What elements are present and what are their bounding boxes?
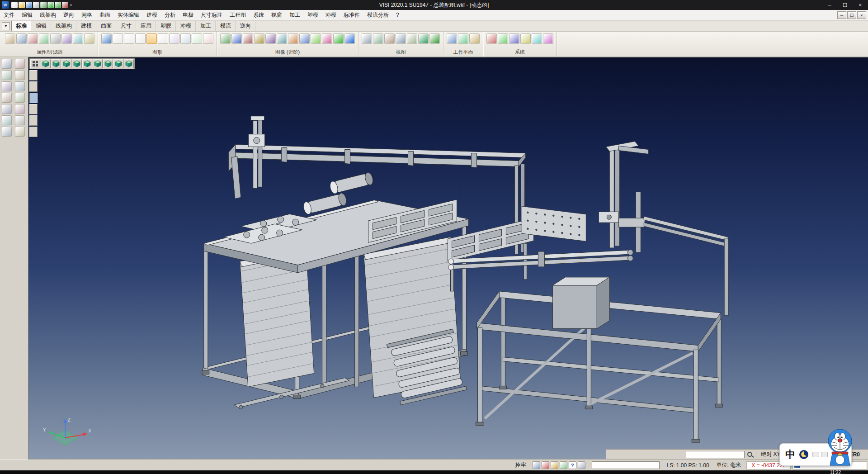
menu-item[interactable]: 实体编辑 (114, 10, 143, 20)
view-list-button[interactable] (30, 59, 40, 68)
ribbon-tab[interactable]: 应用 (136, 21, 156, 31)
move-icon[interactable] (15, 81, 25, 91)
mirror-icon[interactable] (15, 93, 25, 103)
record-status-icon[interactable] (542, 461, 549, 469)
layers-small-icon[interactable] (2, 127, 12, 137)
background-icon[interactable] (299, 33, 310, 44)
view-right-button[interactable] (82, 59, 92, 68)
lighting-icon[interactable] (288, 33, 298, 44)
ribbon-tab[interactable]: 曲面 (96, 21, 116, 31)
model-cube-icon[interactable] (47, 2, 54, 8)
pan-icon[interactable] (2, 70, 12, 80)
attributes-icon[interactable] (5, 33, 15, 44)
dock-handle-1[interactable] (29, 70, 38, 81)
layer-delete-icon[interactable] (203, 33, 213, 44)
color-table-icon[interactable] (486, 33, 497, 44)
reset-filter-icon[interactable] (84, 33, 94, 44)
wireframe-icon[interactable] (220, 33, 231, 44)
command-input[interactable] (592, 461, 660, 469)
layer-barrel-1-icon[interactable] (113, 33, 123, 44)
sphere-green-icon[interactable] (333, 33, 344, 44)
ribbon-tab[interactable]: 建模 (76, 21, 96, 31)
layer-filter-icon[interactable] (39, 33, 49, 44)
ribbon-tab[interactable]: 尺寸 (116, 21, 136, 31)
app-logo-icon[interactable]: VI (2, 1, 9, 9)
viewport-canvas[interactable]: X Y Z 绝对 XY 上视图 绝对视图 LAYER0 (28, 57, 868, 460)
view-left-button[interactable] (72, 59, 82, 68)
search-icon[interactable] (747, 452, 752, 457)
save-icon[interactable] (26, 2, 32, 8)
view-bottom-button[interactable] (103, 59, 113, 68)
view-top-button[interactable] (93, 59, 103, 68)
ribbon-tab[interactable]: 线架构 (51, 21, 76, 31)
view-search-input[interactable] (686, 451, 745, 458)
workplane-origin-icon[interactable] (458, 33, 468, 44)
hidden-line-icon[interactable] (231, 33, 242, 44)
menu-item[interactable]: ? (392, 10, 403, 20)
menu-item[interactable]: 网格 (78, 10, 96, 20)
rendered-icon[interactable] (254, 33, 264, 44)
dock-handle-6[interactable] (29, 127, 38, 137)
snap-lock-toggle[interactable]: 拴牢 (512, 461, 530, 469)
section-view-icon[interactable] (311, 33, 321, 44)
layer-barrel-5-icon[interactable] (158, 33, 168, 44)
print-small-icon[interactable] (15, 115, 25, 125)
quick-select-icon[interactable] (73, 33, 83, 44)
menu-item[interactable]: 曲面 (96, 10, 114, 20)
ribbon-tab[interactable]: 塑膜 (156, 21, 176, 31)
menu-item[interactable]: 工程图 (226, 10, 250, 20)
regen-icon[interactable] (101, 33, 112, 44)
ribbon-tab[interactable]: 编辑 (31, 21, 51, 31)
zoom-all-icon[interactable] (362, 33, 372, 44)
ribbon-tab[interactable]: 加工 (196, 21, 216, 31)
menu-item[interactable]: 视窗 (268, 10, 286, 20)
layer-import-icon[interactable] (192, 33, 202, 44)
dock-handle-4[interactable] (29, 104, 38, 114)
quick-access-dropdown-icon[interactable]: ▾ (70, 3, 72, 7)
notes-icon[interactable] (15, 127, 25, 137)
menu-item[interactable]: 文件 (0, 10, 18, 20)
layer-barrel-2-icon[interactable] (124, 33, 134, 44)
open-file-icon[interactable] (19, 2, 25, 8)
reflection-icon[interactable] (322, 33, 332, 44)
menu-item[interactable]: 分析 (161, 10, 179, 20)
refresh-view-icon[interactable] (429, 33, 440, 44)
print-icon[interactable] (33, 2, 39, 8)
undo-icon[interactable] (40, 2, 47, 8)
menu-item[interactable]: 模流分析 (363, 10, 392, 20)
snapshot-icon[interactable] (55, 2, 61, 8)
layer-new-icon[interactable] (169, 33, 179, 44)
palette-icon[interactable] (498, 33, 508, 44)
dimension-icon[interactable] (2, 115, 12, 125)
grid-config-icon[interactable] (509, 33, 519, 44)
new-file-icon[interactable] (11, 2, 18, 8)
grid-status-icon[interactable] (560, 461, 567, 469)
menu-item[interactable]: 编辑 (18, 10, 36, 20)
offset-icon[interactable] (2, 104, 12, 114)
keyboard-icon[interactable] (812, 452, 819, 457)
menu-item[interactable]: 建模 (143, 10, 161, 20)
menu-item[interactable]: 冲模 (322, 10, 340, 20)
hatch-icon[interactable] (532, 33, 542, 44)
layer-barrel-4-icon[interactable] (146, 33, 157, 44)
workplane-align-icon[interactable] (469, 33, 480, 44)
menu-item[interactable]: 系统 (250, 10, 268, 20)
dock-handle-3[interactable] (29, 93, 38, 103)
trim-icon[interactable] (15, 104, 25, 114)
sketch-icon[interactable] (15, 70, 25, 80)
menu-item[interactable]: 标准件 (340, 10, 363, 20)
menu-item[interactable]: 加工 (286, 10, 304, 20)
close-button[interactable]: × (853, 0, 868, 10)
zoom-window-icon[interactable] (373, 33, 383, 44)
dock-handle-5[interactable] (29, 115, 38, 126)
menu-item[interactable]: 尺寸标注 (197, 10, 226, 20)
type-filter-icon[interactable] (50, 33, 61, 44)
zoom-out-icon[interactable] (396, 33, 406, 44)
minimize-button[interactable]: ─ (822, 0, 837, 10)
doc-close-button[interactable]: × (857, 11, 866, 19)
zoom-in-icon[interactable] (384, 33, 395, 44)
delete-icon[interactable] (15, 59, 25, 69)
help-status-icon[interactable]: ? (569, 461, 576, 469)
view-back-button[interactable] (61, 59, 71, 68)
view-front-button[interactable] (51, 59, 61, 68)
